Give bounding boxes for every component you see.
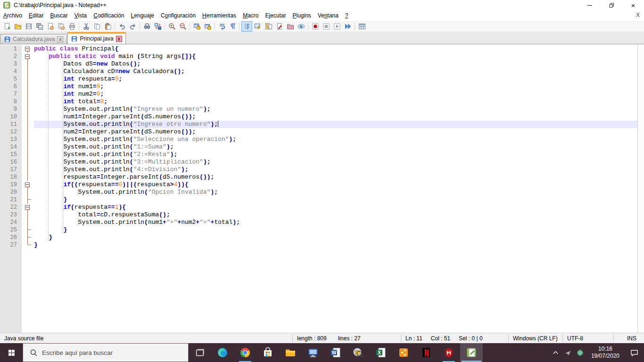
line-number[interactable]: 10 [0,113,22,121]
document-list-button[interactable] [274,21,285,32]
line-number[interactable]: 16 [0,158,22,166]
code-text[interactable]: num2=Integer.parseInt(dS.numeros()); [34,128,637,136]
status-encoding[interactable]: UTF-8 [562,335,613,342]
code-line-1[interactable]: 1public class Principal{ [0,45,637,53]
code-text[interactable]: if(respuesta==1){ [34,204,637,211]
line-number[interactable]: 1 [0,45,22,53]
line-number[interactable]: 20 [0,189,22,196]
line-number[interactable]: 11 [0,121,22,128]
menu-item-ventana[interactable]: Ventana [314,11,342,20]
code-line-8[interactable]: 8int total=0; [0,98,637,106]
code-line-9[interactable]: 9System.out.println("Ingrese un numero")… [0,106,637,113]
action-center-button[interactable] [624,343,644,362]
fold-collapse-marker[interactable] [22,45,34,53]
line-number[interactable]: 9 [0,106,22,113]
line-number[interactable]: 17 [0,166,22,173]
line-number[interactable]: 23 [0,211,22,219]
code-line-25[interactable]: 25} [0,226,637,234]
code-text[interactable]: int num1=0; [34,83,637,90]
code-text[interactable]: } [34,234,637,241]
taskbar-app-computer[interactable] [302,343,324,362]
taskbar-search-box[interactable] [23,343,189,362]
code-text[interactable]: total=cD.respuestaSuma(); [34,211,637,219]
status-typing-mode[interactable]: INS [613,335,644,342]
close-all-button[interactable] [56,21,66,32]
tray-network[interactable] [574,343,586,362]
taskbar-clock[interactable]: 10:16 19/07/2020 [586,343,624,362]
taskbar-app-edge[interactable] [211,343,234,362]
code-text[interactable]: } [34,196,637,204]
tab-close-icon[interactable]: x [57,36,63,42]
taskbar-app-word[interactable]: W [324,343,347,362]
save-button[interactable] [23,21,34,32]
menu-item-herramientas[interactable]: Herramientas [199,11,239,20]
macro-play-button[interactable] [331,21,342,32]
code-text[interactable]: if((respuesta==0)||(respuesta>4)){ [34,181,637,189]
line-number[interactable]: 26 [0,234,22,241]
show-hidden-icons-button[interactable] [550,343,562,362]
minimize-button[interactable] [579,0,601,10]
line-number[interactable]: 12 [0,128,22,136]
find-button[interactable] [141,21,152,32]
sync-h-scroll-button[interactable] [202,21,213,32]
code-line-12[interactable]: 12num2=Integer.parseInt(dS.numeros()); [0,128,637,136]
line-number[interactable]: 19 [0,181,22,189]
menu-close-x[interactable]: X [636,12,640,18]
code-text[interactable]: System.out.println(num1+"+"+num2+"="+tot… [34,219,637,226]
code-line-17[interactable]: 17System.out.println("4:=Division"); [0,166,637,173]
close-button[interactable] [45,21,56,32]
line-number[interactable]: 22 [0,204,22,211]
redo-button[interactable] [127,21,138,32]
line-number[interactable]: 2 [0,53,22,60]
code-text[interactable]: int respuesta=0; [34,75,637,83]
menu-item-editar[interactable]: Editar [25,11,47,20]
line-number[interactable]: 7 [0,90,22,98]
code-text[interactable]: respuesta=Integer.parseInt(dS.numeros())… [34,173,637,181]
tab-principal-java[interactable]: Principal.javax [67,32,125,44]
code-line-23[interactable]: 23total=cD.respuestaSuma(); [0,211,637,219]
copy-button[interactable] [91,21,102,32]
code-line-19[interactable]: 19if((respuesta==0)||(respuesta>4)){ [0,181,637,189]
code-line-2[interactable]: 2public static void main (String args[])… [0,53,637,60]
taskbar-app-mail-search[interactable] [347,343,370,362]
tab-close-icon[interactable]: x [116,36,122,42]
code-line-15[interactable]: 15System.out.println("2:=Resta"); [0,151,637,158]
menu-item-archivo[interactable]: Archivo [0,11,25,20]
code-text[interactable]: System.out.println("1:=Suma"); [34,143,637,151]
code-text[interactable]: public class Principal{ [34,45,637,53]
code-line-24[interactable]: 24System.out.println(num1+"+"+num2+"="+t… [0,219,637,226]
code-line-11[interactable]: 11System.out.println("Ingrese otro numer… [0,121,637,128]
start-button[interactable] [0,343,23,362]
line-number[interactable]: 21 [0,196,22,204]
undo-button[interactable] [116,21,127,32]
line-number[interactable]: 25 [0,226,22,234]
code-line-20[interactable]: 20System.out.println("Opcion Invalida"); [0,189,637,196]
line-number[interactable]: 18 [0,173,22,181]
code-line-22[interactable]: 22if(respuesta==1){ [0,204,637,211]
taskbar-app-microsoft-store[interactable] [256,343,279,362]
line-number[interactable]: 14 [0,143,22,151]
editor-empty-area[interactable] [0,249,637,333]
taskbar-app-netflix[interactable] [415,343,438,362]
code-text[interactable]: Datos dS=new Datos(); [34,60,637,68]
taskbar-app-notepad-plus-plus[interactable] [460,343,483,362]
macro-stop-button[interactable] [321,21,331,32]
show-all-chars-button[interactable] [227,21,238,32]
code-text[interactable]: System.out.println("3:=Multiplicacion"); [34,158,637,166]
code-line-5[interactable]: 5int respuesta=0; [0,75,637,83]
code-line-7[interactable]: 7int num2=0; [0,90,637,98]
code-text[interactable]: Calculadora cD=new Calculadora(); [34,68,637,75]
function-list-button[interactable] [252,21,263,32]
code-text[interactable]: System.out.println("2:=Resta"); [34,151,637,158]
code-text[interactable]: num1=Integer.parseInt(dS.numeros()); [34,113,637,121]
new-file-button[interactable] [1,21,12,32]
code-line-27[interactable]: 27} [0,241,637,249]
line-number[interactable]: 27 [0,241,22,249]
code-line-13[interactable]: 13System.out.println("Seleccione una ope… [0,136,637,143]
code-line-16[interactable]: 16System.out.println("3:=Multiplicacion"… [0,158,637,166]
macro-save-button[interactable] [356,21,367,32]
code-line-26[interactable]: 26} [0,234,637,241]
code-text[interactable]: int total=0; [34,98,637,106]
print-button[interactable] [66,21,77,32]
code-line-21[interactable]: 21} [0,196,637,204]
